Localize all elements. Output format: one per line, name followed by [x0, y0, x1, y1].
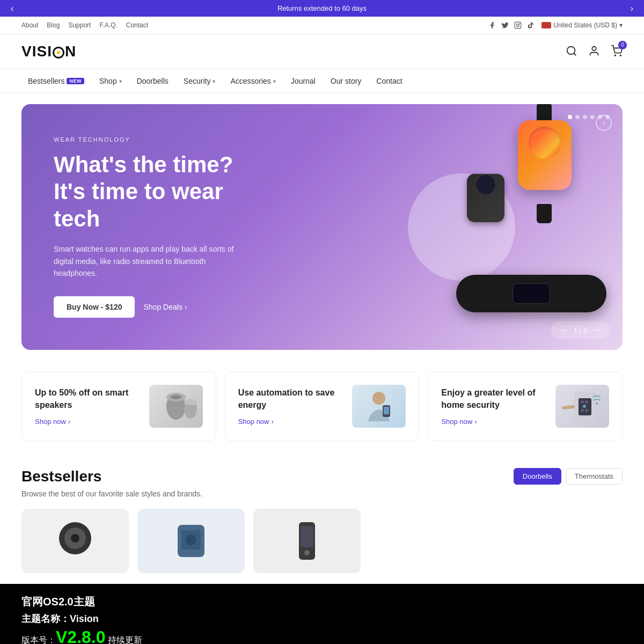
- promo-security-link[interactable]: Shop now ›: [441, 418, 549, 426]
- hero-description: Smart watches can run apps and play back…: [54, 243, 247, 279]
- svg-rect-31: [301, 526, 313, 547]
- utility-links: About Blog Support F.A.Q. Contact: [21, 21, 148, 29]
- country-label: United States (USD $): [553, 21, 617, 29]
- logo-text-before: VISI: [21, 43, 52, 60]
- instagram-icon[interactable]: [514, 21, 522, 30]
- bestsellers-tabs: Doorbells Thermostats: [514, 468, 623, 485]
- nav-label-journal: Journal: [291, 77, 316, 85]
- nav-label-shop: Shop: [99, 77, 117, 85]
- hero-tag: WEAR TECHNOLOGY: [54, 136, 247, 143]
- nav-item-doorbells[interactable]: Doorbells: [130, 69, 175, 93]
- nav-label-accessories: Accessories: [230, 77, 270, 85]
- promo-card-automation: Use automation to save energy Shop now ›: [225, 371, 420, 441]
- svg-point-13: [372, 392, 385, 405]
- promo-automation-image: [352, 385, 406, 428]
- product-card-1[interactable]: [21, 509, 129, 573]
- promo-card-security-content: Enjoy a greater level of home security S…: [441, 387, 549, 426]
- nav-label-contact: Contact: [376, 77, 402, 85]
- utility-link-faq[interactable]: F.A.Q.: [99, 21, 117, 29]
- svg-point-6: [614, 55, 616, 56]
- twitter-icon[interactable]: [501, 21, 509, 30]
- hero-deals-link[interactable]: Shop Deals ›: [143, 303, 187, 311]
- utility-link-support[interactable]: Support: [68, 21, 91, 29]
- promo-speakers-arrow: ›: [68, 418, 70, 426]
- promo-card-automation-content: Use automation to save energy Shop now ›: [238, 387, 346, 426]
- product-grid: [21, 509, 623, 573]
- flag-icon: [541, 22, 551, 28]
- main-nav: Bestsellers NEW Shop ▾ Doorbells Securit…: [0, 69, 644, 93]
- nav-label-our-story: Our story: [331, 77, 362, 85]
- cart-count: 0: [618, 41, 627, 49]
- svg-point-29: [186, 535, 196, 545]
- nav-item-security[interactable]: Security ▾: [177, 69, 222, 93]
- nav-item-accessories[interactable]: Accessories ▾: [224, 69, 282, 93]
- nav-item-journal[interactable]: Journal: [284, 69, 322, 93]
- utility-bar: About Blog Support F.A.Q. Contact: [0, 17, 644, 34]
- search-button[interactable]: [566, 45, 577, 58]
- site-logo[interactable]: VISIN: [21, 43, 76, 60]
- promo-automation-link[interactable]: Shop now ›: [238, 418, 346, 426]
- facebook-icon[interactable]: [488, 21, 496, 30]
- promo-security-title: Enjoy a greater level of home security: [441, 387, 549, 411]
- utility-right: United States (USD $) ▾: [488, 21, 623, 30]
- tab-thermostats[interactable]: Thermostats: [566, 468, 623, 485]
- tiktok-icon[interactable]: [526, 21, 535, 30]
- deals-arrow-icon: ›: [185, 303, 187, 311]
- product-card-3[interactable]: [253, 509, 361, 573]
- bestsellers-title: Bestsellers: [21, 468, 202, 485]
- svg-rect-15: [384, 407, 389, 414]
- svg-point-1: [517, 24, 519, 27]
- nav-item-our-story[interactable]: Our story: [324, 69, 368, 93]
- nav-item-contact[interactable]: Contact: [370, 69, 408, 93]
- cart-button[interactable]: 0: [611, 45, 623, 58]
- svg-point-26: [71, 534, 79, 543]
- tab-doorbells[interactable]: Doorbells: [514, 468, 561, 485]
- svg-point-23: [596, 402, 598, 405]
- promo-automation-title: Use automation to save energy: [238, 387, 346, 411]
- hero-banner: WEAR TECHNOLOGY What's the time? It's ti…: [21, 104, 623, 350]
- accessories-dropdown-arrow: ▾: [273, 78, 276, 84]
- watermark-version-line: 版本号：V2.8.0 持续更新: [21, 627, 623, 644]
- hero-image: [327, 104, 623, 350]
- bestsellers-section: Bestsellers Browse the best of our favor…: [0, 452, 644, 584]
- watch-face: [518, 120, 572, 190]
- promo-speakers-image: [149, 385, 203, 428]
- svg-point-5: [592, 46, 596, 50]
- svg-point-2: [519, 24, 520, 24]
- country-selector[interactable]: United States (USD $) ▾: [541, 21, 623, 29]
- logo-text-after: N: [65, 43, 76, 60]
- svg-point-10: [171, 395, 181, 399]
- utility-link-contact[interactable]: Contact: [126, 21, 148, 29]
- new-badge: NEW: [67, 78, 84, 84]
- promo-security-image: [555, 385, 609, 428]
- product-card-2[interactable]: [137, 509, 245, 573]
- svg-point-12: [184, 400, 197, 405]
- announcement-next[interactable]: ›: [631, 4, 633, 13]
- bestsellers-description: Browse the best of our favorite sale sty…: [21, 489, 202, 498]
- header-icons: 0: [566, 45, 623, 58]
- nav-item-shop[interactable]: Shop ▾: [93, 69, 128, 93]
- promo-automation-arrow: ›: [272, 418, 274, 426]
- svg-point-18: [581, 400, 584, 404]
- promo-speakers-link[interactable]: Shop now ›: [35, 418, 143, 426]
- second-watch: [467, 169, 504, 222]
- watch-band-top: [537, 104, 552, 122]
- promo-card-speakers: Up to 50% off on smart speakers Shop now…: [21, 371, 216, 441]
- country-dropdown-arrow: ▾: [619, 21, 623, 29]
- announcement-prev[interactable]: ‹: [11, 4, 13, 13]
- security-dropdown-arrow: ▾: [213, 78, 215, 84]
- fitness-tracker-illustration: [456, 275, 606, 312]
- promo-security-arrow: ›: [474, 418, 477, 426]
- utility-link-blog[interactable]: Blog: [47, 21, 60, 29]
- utility-link-about[interactable]: About: [21, 21, 38, 29]
- tracker-screen: [513, 283, 550, 304]
- watermark-section: 官网OS2.0主题 主题名称：Vision 版本号：V2.8.0 持续更新: [0, 584, 644, 644]
- watermark-line2: 主题名称：Vision: [21, 612, 623, 625]
- hero-actions: Buy Now - $120 Shop Deals ›: [54, 296, 247, 318]
- account-button[interactable]: [588, 45, 600, 58]
- nav-item-bestsellers[interactable]: Bestsellers NEW: [21, 69, 91, 93]
- svg-point-21: [581, 409, 584, 412]
- svg-point-20: [583, 405, 586, 408]
- shop-dropdown-arrow: ▾: [119, 78, 122, 84]
- hero-buy-button[interactable]: Buy Now - $120: [54, 296, 135, 318]
